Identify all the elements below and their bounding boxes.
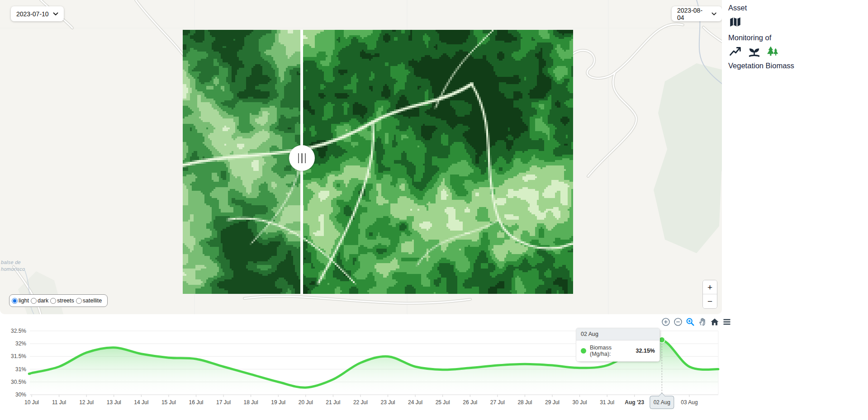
land-patch xyxy=(654,63,722,253)
dark-radio[interactable] xyxy=(31,298,37,304)
biomass-chart-panel: 32.5%32%31.5%31%30.5%30%10 Jul11 Jul12 J… xyxy=(0,314,868,420)
chart-toolbar xyxy=(661,317,731,326)
series-marker-icon xyxy=(581,348,586,354)
svg-text:02 Aug: 02 Aug xyxy=(654,399,670,406)
biomass-overlay[interactable] xyxy=(183,30,573,294)
trend-up-icon xyxy=(729,46,742,57)
right-date-value: 2023-08-04 xyxy=(677,7,707,21)
svg-text:24 Jul: 24 Jul xyxy=(408,399,422,406)
zoom-in-button[interactable]: + xyxy=(703,280,717,294)
style-option-dark[interactable]: dark xyxy=(31,297,48,304)
svg-text:30 Jul: 30 Jul xyxy=(573,399,587,406)
pan-icon[interactable] xyxy=(698,317,707,326)
svg-text:10 Jul: 10 Jul xyxy=(24,399,39,406)
svg-text:32%: 32% xyxy=(15,340,26,347)
svg-text:31 Jul: 31 Jul xyxy=(600,399,614,406)
asset-label: Asset xyxy=(728,4,868,12)
svg-text:16 Jul: 16 Jul xyxy=(189,399,203,406)
style-option-light[interactable]: light xyxy=(12,297,29,304)
svg-text:32.5%: 32.5% xyxy=(11,328,26,334)
svg-text:23 Jul: 23 Jul xyxy=(381,399,395,406)
map-style-switch: light dark streets satellite xyxy=(9,294,108,307)
tooltip-value: 32.15% xyxy=(636,348,655,354)
svg-text:22 Jul: 22 Jul xyxy=(353,399,368,406)
left-date-select[interactable]: 2023-07-10 xyxy=(11,6,64,21)
selection-zoom-icon[interactable] xyxy=(686,317,695,326)
map-place-label: balse de homorisco xyxy=(1,259,25,273)
svg-text:25 Jul: 25 Jul xyxy=(436,399,450,406)
svg-text:15 Jul: 15 Jul xyxy=(161,399,176,406)
chart-tooltip: 02 Aug Biomass (Mg/ha): 32.15% xyxy=(576,328,660,362)
svg-text:31.5%: 31.5% xyxy=(11,353,26,359)
monitoring-of-label: Monitoring of xyxy=(728,33,868,42)
svg-text:12 Jul: 12 Jul xyxy=(79,399,94,406)
svg-text:26 Jul: 26 Jul xyxy=(463,399,477,406)
home-icon[interactable] xyxy=(710,317,719,326)
svg-text:30.5%: 30.5% xyxy=(11,379,26,385)
svg-text:29 Jul: 29 Jul xyxy=(545,399,560,406)
swipe-handle[interactable] xyxy=(289,145,315,171)
monitoring-name: Vegetation Biomass xyxy=(728,61,868,70)
streets-radio[interactable] xyxy=(50,298,56,304)
svg-text:19 Jul: 19 Jul xyxy=(271,399,285,406)
seedling-icon xyxy=(748,46,760,57)
light-radio[interactable] xyxy=(12,298,18,304)
svg-text:03 Aug: 03 Aug xyxy=(681,399,697,406)
biomass-monitoring-app: balse de homorisco 2023-07-10 2023-08-04… xyxy=(0,0,868,420)
svg-text:21 Jul: 21 Jul xyxy=(326,399,340,406)
chevron-down-icon xyxy=(711,12,716,16)
biomass-raster xyxy=(183,30,573,294)
left-date-value: 2023-07-10 xyxy=(16,10,49,18)
svg-text:13 Jul: 13 Jul xyxy=(107,399,121,406)
style-option-streets[interactable]: streets xyxy=(50,297,74,304)
svg-text:Aug '23: Aug '23 xyxy=(625,399,644,406)
svg-text:30%: 30% xyxy=(15,392,26,398)
svg-text:20 Jul: 20 Jul xyxy=(299,399,313,406)
svg-text:17 Jul: 17 Jul xyxy=(216,399,231,406)
map-icon xyxy=(729,16,741,28)
svg-text:14 Jul: 14 Jul xyxy=(134,399,148,406)
zoom-in-icon[interactable] xyxy=(661,317,670,326)
svg-text:28 Jul: 28 Jul xyxy=(517,399,532,406)
right-date-select[interactable]: 2023-08-04 xyxy=(672,6,722,21)
evergreen-trees-icon xyxy=(766,46,779,57)
tooltip-series-label: Biomass (Mg/ha): xyxy=(590,344,634,357)
style-option-satellite[interactable]: satellite xyxy=(76,297,102,304)
menu-icon[interactable] xyxy=(722,317,731,326)
tooltip-date: 02 Aug xyxy=(576,328,659,340)
svg-text:18 Jul: 18 Jul xyxy=(244,399,258,406)
map-compare-view[interactable]: balse de homorisco 2023-07-10 2023-08-04… xyxy=(0,0,722,314)
svg-text:11 Jul: 11 Jul xyxy=(52,399,66,406)
chevron-down-icon xyxy=(53,12,58,16)
svg-text:31%: 31% xyxy=(15,366,26,373)
svg-text:27 Jul: 27 Jul xyxy=(490,399,505,406)
zoom-out-icon[interactable] xyxy=(674,317,683,326)
map-zoom-control: + − xyxy=(702,280,717,309)
zoom-out-button[interactable]: − xyxy=(703,294,717,308)
satellite-radio[interactable] xyxy=(76,298,82,304)
